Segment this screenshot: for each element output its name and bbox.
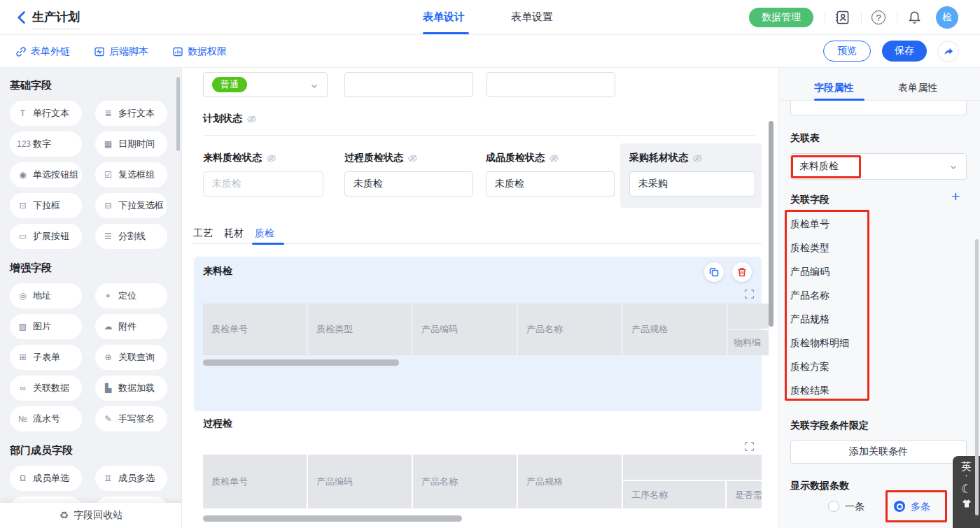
field-icon: Ω	[17, 473, 29, 483]
tab-field-properties[interactable]: 字段属性	[814, 82, 853, 94]
add-condition-button[interactable]: 添加关联条件	[790, 440, 967, 464]
section-basic-fields: 基础字段 T 单行文本 ≣ 多行文本	[10, 79, 172, 249]
field-recycle-bin[interactable]: ♻ 字段回收站	[0, 503, 182, 528]
field-pill[interactable]: ▦ 日期时间	[95, 131, 167, 157]
radio-one-label[interactable]: 一条	[845, 501, 864, 513]
related-field-item[interactable]: 产品编码	[790, 259, 849, 283]
help-icon[interactable]: ?	[872, 10, 886, 24]
field-pill[interactable]: ▭ 扩展按钮	[10, 224, 82, 249]
radio-many-label[interactable]: 多条	[911, 501, 930, 513]
status-input-purchase[interactable]: 未采购	[629, 171, 755, 197]
tab-form-design[interactable]: 表单设计	[423, 10, 465, 24]
divider	[897, 12, 897, 23]
user-avatar[interactable]: 检	[936, 6, 958, 29]
contacts-icon[interactable]	[834, 10, 850, 25]
enhanced-field-list: ◎ 地址 ⌖ 定位 ▨ 图片	[10, 283, 172, 431]
field-pill[interactable]: ⊕ 关联查询	[95, 345, 167, 370]
field-pill[interactable]: ⌖ 定位	[95, 283, 167, 308]
form-designer-app: 生产计划 表单设计 表单设置 数据管理 ? 检 表单外链 后端脚本	[0, 0, 980, 528]
field-label: 下拉复选框	[118, 199, 164, 212]
backend-script-item[interactable]: 后端脚本	[94, 45, 148, 58]
toolbar-links: 表单外链 后端脚本 数据权限	[15, 35, 227, 68]
field-label: 单选按钮组	[33, 169, 78, 181]
field-icon: ♊	[102, 473, 114, 483]
radio-many-records[interactable]	[894, 501, 905, 512]
chevron-down-icon	[310, 80, 318, 89]
canvas-tab-material[interactable]: 耗材	[224, 227, 244, 240]
empty-input-2[interactable]	[486, 72, 615, 97]
status-input-incoming[interactable]: 未质检	[203, 171, 323, 197]
tab-form-properties[interactable]: 表单属性	[898, 82, 937, 94]
resize-frame-icon[interactable]	[744, 289, 755, 299]
priority-select[interactable]: 普通	[203, 72, 328, 97]
top-bar: 生产计划 表单设计 表单设置 数据管理 ? 检	[0, 0, 980, 35]
field-label: 多行文本	[118, 107, 155, 120]
field-pill[interactable]: ◎ 地址	[10, 283, 82, 308]
field-pill[interactable]: Ω 成员单选	[10, 466, 82, 491]
ime-skin-icon[interactable]	[961, 498, 972, 512]
field-pill[interactable]: ◉ 单选按钮组	[10, 162, 82, 187]
field-label: 日期时间	[118, 138, 155, 150]
related-field-item[interactable]: 产品规格	[790, 307, 849, 331]
field-pill[interactable]: ⊞ 子表单	[10, 345, 82, 370]
field-icon: ◉	[17, 170, 29, 180]
status-input-finished[interactable]: 未质检	[486, 171, 615, 197]
field-pill[interactable]: ∞ 关联数据	[10, 376, 82, 401]
related-field-item[interactable]: 质检方案	[790, 355, 849, 378]
field-pill[interactable]: ⊟ 下拉复选框	[95, 193, 167, 218]
related-field-item[interactable]: 质检结果	[790, 378, 849, 402]
field-pill[interactable]: ☰ 分割线	[95, 224, 167, 249]
related-field-item[interactable]: 质检类型	[790, 236, 849, 259]
ime-language-indicator[interactable]: 英	[961, 460, 972, 473]
ime-dark-mode-icon[interactable]: ☾	[961, 482, 972, 497]
field-pill[interactable]: T 单行文本	[10, 101, 82, 126]
related-table-select[interactable]: 来料质检	[790, 153, 967, 180]
field-pill[interactable]: 123 数字	[10, 131, 82, 157]
canvas-tab-process[interactable]: 工艺	[193, 227, 213, 240]
tab-form-settings[interactable]: 表单设置	[511, 10, 553, 24]
save-button[interactable]: 保存	[882, 41, 927, 62]
panel-vertical-scrollbar[interactable]	[975, 239, 979, 515]
status-input-process[interactable]: 未质检	[344, 171, 473, 197]
field-pill[interactable]: № 流水号	[10, 406, 82, 431]
related-field-item[interactable]: 质检单号	[790, 212, 849, 236]
section-title: 增强字段	[10, 262, 172, 275]
clipped-input[interactable]	[790, 101, 967, 115]
data-permission-item[interactable]: 数据权限	[172, 45, 227, 58]
notification-bell-icon[interactable]	[907, 10, 923, 25]
preview-button[interactable]: 预览	[823, 41, 871, 62]
related-field-item[interactable]: 产品名称	[790, 283, 849, 307]
add-field-icon[interactable]: +	[951, 188, 960, 205]
field-pill[interactable]: ✎ 手写签名	[95, 406, 167, 431]
panel-tab-active-underline	[814, 99, 864, 101]
field-label: 定位	[118, 290, 136, 302]
field-pill[interactable]: ▨ 图片	[10, 314, 82, 339]
canvas-tab-quality[interactable]: 质检	[255, 227, 274, 240]
data-manage-button[interactable]: 数据管理	[749, 8, 813, 27]
field-pill[interactable]: ♊ 成员多选	[95, 466, 167, 491]
page-title[interactable]: 生产计划	[32, 9, 80, 29]
field-pill[interactable]: ≣ 多行文本	[95, 101, 167, 126]
empty-input-1[interactable]	[344, 72, 473, 97]
status-field-label: 采购耗材状态	[629, 152, 703, 164]
share-button[interactable]	[937, 41, 959, 62]
related-field-item[interactable]: 质检物料明细	[790, 331, 849, 355]
field-pill[interactable]: ⊡ 下拉框	[10, 193, 82, 218]
field-pill[interactable]: ☑ 复选框组	[95, 162, 167, 187]
plan-status-text: 计划状态	[203, 113, 242, 125]
sidebar-scrollbar[interactable]	[176, 77, 180, 151]
radio-one-record[interactable]	[828, 501, 839, 512]
field-pill[interactable]: ▙ 数据加载	[95, 376, 167, 401]
ime-punctuation-indicator[interactable]: ’	[965, 475, 967, 480]
back-icon[interactable]	[14, 10, 29, 25]
field-pill[interactable]: ☁ 附件	[95, 314, 167, 339]
process-table-hscrollbar[interactable]	[203, 515, 462, 522]
copy-button[interactable]	[704, 262, 724, 282]
incoming-table-hscrollbar[interactable]	[203, 359, 399, 366]
delete-button[interactable]	[732, 262, 752, 282]
external-link-item[interactable]: 表单外链	[15, 45, 70, 58]
table-column-header: 质检单号	[203, 455, 307, 508]
canvas-vertical-scrollbar[interactable]	[769, 121, 774, 327]
resize-frame-icon[interactable]	[744, 441, 755, 452]
process-table-headers: 质检单号产品编码产品名称产品规格	[203, 455, 622, 508]
